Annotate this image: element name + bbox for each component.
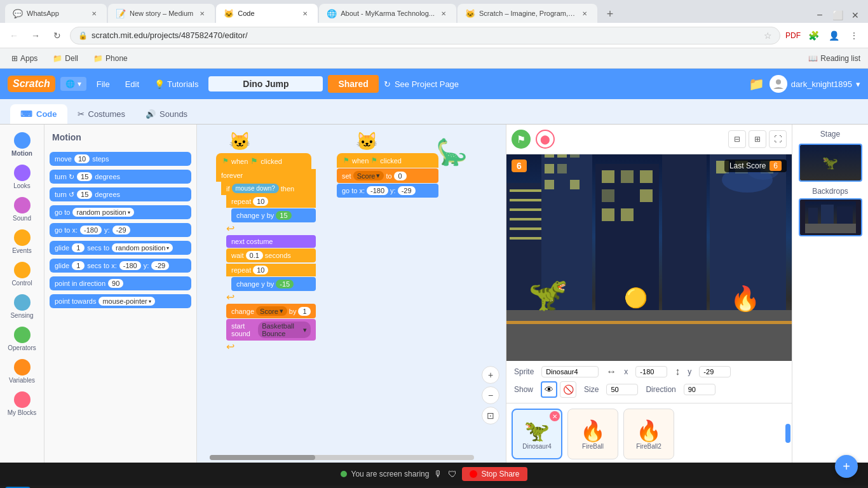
fullscreen-button[interactable]: ⛶ — [769, 130, 787, 148]
set-score-block[interactable]: set Score ▾ to 0 — [337, 168, 438, 183]
size-input[interactable] — [606, 384, 638, 395]
y-axis-icon: ↕ — [675, 366, 680, 377]
folder-button[interactable]: 📁 — [749, 76, 764, 92]
tab-sounds[interactable]: 🔊 Sounds — [135, 104, 198, 124]
palette-variables[interactable]: Variables — [3, 356, 42, 386]
hat-block1[interactable]: ⚑ when ⚑ clicked — [216, 153, 311, 169]
maximize-button[interactable]: ⬜ — [830, 8, 845, 23]
repeat-block2[interactable]: repeat 10 — [226, 264, 316, 276]
zoom-out-button[interactable]: − — [482, 386, 499, 404]
block-move[interactable]: move 10 steps — [50, 152, 191, 166]
close-button[interactable]: ✕ — [848, 8, 863, 23]
change-y-block2[interactable]: change y by -15 — [231, 277, 316, 291]
forever-block[interactable]: forever — [216, 169, 316, 182]
tab-code[interactable]: ⌨ Code — [10, 104, 67, 124]
extensions-icon[interactable]: 🧩 — [804, 27, 822, 44]
scratch-logo[interactable]: Scratch — [8, 76, 55, 92]
reading-list[interactable]: 📖 Reading list — [808, 54, 860, 63]
stage-thumbnail[interactable]: 🦖 — [799, 144, 862, 182]
tab-scratch[interactable]: 🐱 Code ✕ — [216, 4, 318, 23]
sprite-item-fireball[interactable]: 🔥 FireBall — [567, 409, 618, 459]
block-turn-cw[interactable]: turn ↻ 15 degrees — [50, 170, 191, 184]
sprite-delete-dinosaur4[interactable]: ✕ — [550, 411, 560, 421]
palette-control[interactable]: Control — [3, 259, 42, 289]
tab-costumes[interactable]: ✂ Costumes — [67, 104, 136, 124]
bookmark-dell[interactable]: 📁 Dell — [49, 53, 82, 64]
palette-motion[interactable]: Motion — [3, 130, 42, 159]
direction-input[interactable] — [684, 384, 715, 395]
menu-button[interactable]: ⋮ — [845, 27, 863, 44]
h-scrollbar[interactable] — [210, 455, 474, 460]
forward-button[interactable]: → — [27, 27, 44, 44]
change-y-block1[interactable]: change y by 15 — [231, 208, 316, 222]
new-tab-button[interactable]: + — [601, 5, 619, 23]
file-menu[interactable]: File — [92, 77, 115, 92]
minimize-button[interactable]: − — [812, 8, 827, 23]
tab-close-mykarma[interactable]: ✕ — [438, 8, 449, 18]
stage-thumb-inner: 🦖 — [800, 145, 861, 180]
hat-block2[interactable]: ⚑ when ⚑ clicked — [337, 153, 438, 168]
edit-menu[interactable]: Edit — [120, 77, 144, 92]
bookmark-apps[interactable]: ⊞ Apps — [8, 53, 41, 64]
if-block[interactable]: if mouse down? then — [221, 182, 316, 195]
start-sound-block[interactable]: start sound Basketball Bounce ▾ — [226, 319, 316, 341]
block-glide-xy[interactable]: glide 1 secs to x: -180 y: -29 — [50, 259, 191, 273]
wait-block[interactable]: wait 0.1 seconds — [226, 248, 316, 262]
palette-sound[interactable]: Sound — [3, 194, 42, 224]
globe-button[interactable]: 🌐 ▾ — [60, 77, 86, 91]
sprite-item-fireball2[interactable]: 🔥 FireBall2 — [623, 409, 674, 459]
pdf-icon[interactable]: PDF — [784, 27, 802, 44]
star-icon[interactable]: ☆ — [764, 30, 772, 41]
address-bar[interactable]: 🔒 scratch.mit.edu/projects/487582470/edi… — [70, 27, 780, 44]
block-point-direction[interactable]: point in direction 90 — [50, 276, 191, 290]
y-input[interactable] — [699, 366, 731, 377]
next-costume-block[interactable]: next costume — [226, 235, 316, 248]
tab-close-scratch[interactable]: ✕ — [300, 8, 310, 18]
sprite-scroll[interactable] — [784, 403, 792, 463]
tab-medium[interactable]: 📝 New story – Medium ✕ — [108, 4, 215, 23]
tab-scratch2[interactable]: 🐱 Scratch – Imagine, Program, S... ✕ — [458, 4, 597, 23]
block-goto-xy[interactable]: go to x: -180 y: -29 — [50, 223, 191, 237]
palette-looks[interactable]: Looks — [3, 162, 42, 192]
shared-badge[interactable]: Shared — [328, 75, 378, 93]
full-size-button[interactable]: ⊡ — [482, 407, 499, 424]
palette-sensing[interactable]: Sensing — [3, 292, 42, 322]
small-stage-button[interactable]: ⊟ — [728, 130, 746, 148]
block-goto-random[interactable]: go to random position ▾ — [50, 205, 191, 219]
big-stage-button[interactable]: ⊞ — [749, 130, 766, 148]
sensing-condition[interactable]: mouse down? — [232, 184, 279, 193]
repeat-block1[interactable]: repeat 10 — [226, 195, 316, 208]
change-score-block[interactable]: change Score ▾ by 1 — [226, 304, 316, 318]
block-glide-random[interactable]: glide 1 secs to random position ▾ — [50, 241, 191, 255]
block-turn-ccw[interactable]: turn ↺ 15 degrees — [50, 187, 191, 201]
tab-mykarma[interactable]: 🌐 About - MyKarma Technolog... ✕ — [319, 4, 456, 23]
tab-whatsapp[interactable]: 💬 WhatsApp ✕ — [5, 4, 107, 23]
goto-xy-block[interactable]: go to x: -180 y: -29 — [337, 184, 438, 198]
tab-close-medium[interactable]: ✕ — [197, 8, 207, 18]
see-project-button[interactable]: ↻ See Project Page — [384, 79, 459, 89]
show-visible-button[interactable]: 👁 — [541, 381, 557, 398]
sprite-name-input[interactable] — [541, 366, 599, 377]
profile-icon[interactable]: 👤 — [825, 27, 843, 44]
green-flag-button[interactable]: ⚑ — [512, 130, 531, 149]
bookmark-phone[interactable]: 📁 Phone — [90, 53, 132, 64]
refresh-button[interactable]: ↻ — [48, 27, 66, 44]
project-name[interactable]: Dino Jump — [208, 76, 323, 92]
stop-button[interactable]: ⬤ — [536, 130, 555, 149]
palette-operators[interactable]: Operators — [3, 324, 42, 354]
tutorials-button[interactable]: 💡 Tutorials — [149, 77, 203, 92]
sprite-item-dinosaur4[interactable]: ✕ 🦖 Dinosaur4 — [512, 409, 562, 459]
x-input[interactable] — [635, 366, 667, 377]
show-hidden-button[interactable]: 🚫 — [560, 381, 576, 398]
tab-close-whatsapp[interactable]: ✕ — [89, 8, 99, 18]
user-menu[interactable]: dark_knight1895 ▾ — [770, 75, 860, 93]
back-button[interactable]: ← — [5, 27, 23, 44]
palette-events[interactable]: Events — [3, 227, 42, 257]
stage-controls: ⚑ ⬤ ⊟ ⊞ ⛶ — [506, 125, 792, 154]
block-point-towards[interactable]: point towards mouse-pointer ▾ — [50, 294, 191, 308]
tab-close-scratch2[interactable]: ✕ — [580, 8, 590, 18]
backdrop-thumbnail[interactable] — [799, 198, 862, 236]
zoom-in-button[interactable]: + — [482, 366, 499, 384]
palette-myblocks[interactable]: My Blocks — [3, 389, 42, 419]
stop-share-button[interactable]: Stop Share — [462, 467, 527, 481]
